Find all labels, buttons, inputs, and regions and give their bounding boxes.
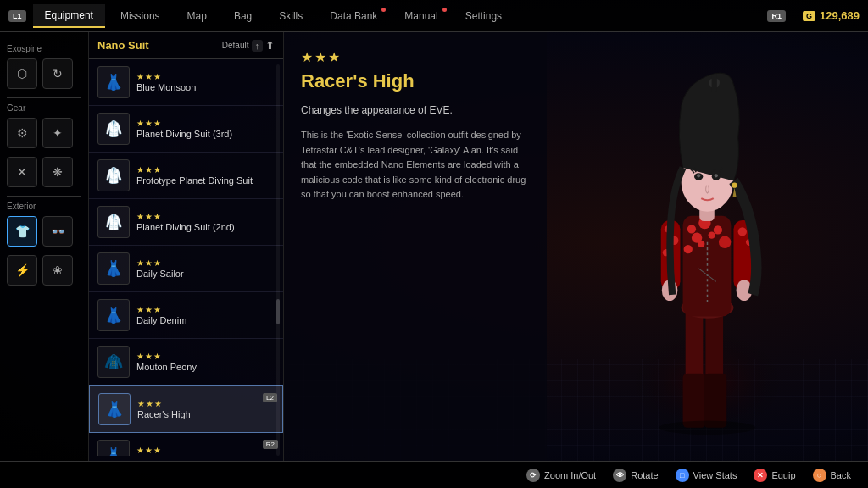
equipment-item-daily-sailor[interactable]: 👗 ★★★ Daily Sailor [89,246,283,292]
item-name: Planet Diving Suit (3rd) [136,129,275,139]
tab-missions[interactable]: Missions [108,4,172,28]
gear-icon-2[interactable]: ✦ [42,118,73,148]
item-icon-daily-sailor: 👗 [97,252,130,285]
equip-icon: ✕ [754,469,767,482]
zoom-icon: ⟳ [526,469,540,482]
equip-label: Equip [771,470,795,480]
top-navigation-bar: L1 Equipment Missions Map Bag Skills Dat… [0,0,868,32]
tab-skills[interactable]: Skills [267,4,314,28]
item-info-daily-denim: ★★★ Daily Denim [136,305,275,325]
svg-point-23 [738,227,747,236]
currency-value: 129,689 [820,9,860,22]
tab-databank[interactable]: Data Bank [318,4,389,28]
item-stars: ★★★ [136,72,275,81]
item-info-racers-high: ★★★ Racer's High [137,399,274,419]
gear-icon-1[interactable]: ⚙ [7,118,37,148]
sort-icon: ↑ [252,40,264,52]
item-stars: ★★★ [136,446,275,455]
divider-1 [7,97,81,98]
equipment-item-planet-diving-3rd[interactable]: 🥼 ★★★ Planet Diving Suit (3rd) [89,106,283,152]
item-icon-blue-monsoon: 👗 [97,66,130,98]
r1-badge: R1 [767,10,786,22]
exospine-icon-1[interactable]: ⬡ [7,58,37,89]
detail-panel: ★★★ Racer's High Changes the appearance … [284,32,547,461]
svg-point-7 [687,225,696,233]
action-view-stats[interactable]: □ View Stats [676,469,737,482]
exterior-icon-bolt[interactable]: ⚡ [7,255,37,286]
svg-point-34 [732,183,737,188]
item-icon-cybernetic-dress: 👗 [97,440,130,456]
gear-label: Gear [7,103,81,113]
item-stars: ★★★ [136,212,275,221]
exterior-icons-row1: 👕 👓 [7,216,81,247]
item-name: Mouton Peony [136,362,275,372]
exospine-label: Exospine [7,44,81,53]
bottom-bar: ⟳ Zoom In/Out 👁 Rotate □ View Stats ✕ Eq… [0,461,868,488]
svg-rect-4 [704,374,726,428]
exospine-icon-2[interactable]: ↻ [42,58,73,89]
exterior-label: Exterior [7,202,81,211]
item-icon-mouton-peony: 🧥 [97,346,130,378]
equipment-item-planet-diving-2nd[interactable]: 🥼 ★★★ Planet Diving Suit (2nd) [89,199,283,246]
gear-icons-row1: ⚙ ✦ [7,118,81,148]
equipment-panel: Nano Suit Default ↑ ⬆ 👗 ★★★ Blue Monsoon… [89,32,284,461]
equipment-item-mouton-peony[interactable]: 🧥 ★★★ Mouton Peony [89,339,283,385]
svg-point-33 [715,174,718,177]
divider-2 [7,196,81,197]
action-equip[interactable]: ✕ Equip [754,469,795,482]
exterior-icon-shirt[interactable]: 👕 [7,216,37,247]
scroll-track[interactable] [276,64,280,456]
character-figure [547,32,868,461]
equipment-item-blue-monsoon[interactable]: 👗 ★★★ Blue Monsoon [89,59,283,106]
equipment-item-cybernetic-dress[interactable]: 👗 ★★★ Cybernetic Dress R2 [89,433,283,456]
tab-settings[interactable]: Settings [453,4,514,28]
default-sort-button[interactable]: Default ↑ ⬆ [222,39,275,52]
equipment-list: 👗 ★★★ Blue Monsoon 🥼 ★★★ Planet Diving S… [89,59,283,456]
action-back[interactable]: ○ Back [813,469,851,482]
tab-equipment[interactable]: Equipment [33,4,105,28]
item-icon-daily-denim: 👗 [97,299,130,331]
svg-point-14 [698,241,704,247]
tab-manual[interactable]: Manual [392,4,449,28]
gear-icon-3[interactable]: ✕ [7,157,37,187]
action-zoom[interactable]: ⟳ Zoom In/Out [526,469,596,482]
item-info-cybernetic-dress: ★★★ Cybernetic Dress [136,446,275,456]
back-label: Back [831,470,851,480]
item-name: Blue Monsoon [136,82,275,92]
item-stars: ★★★ [136,165,275,175]
svg-point-12 [719,236,731,248]
exterior-icon-glasses[interactable]: 👓 [42,216,73,247]
nav-tabs: Equipment Missions Map Bag Skills Data B… [33,4,768,28]
item-info-prototype: ★★★ Prototype Planet Diving Suit [136,165,275,186]
exterior-icons-row2: ⚡ ❀ [7,255,81,286]
item-name: Planet Diving Suit (2nd) [136,222,275,232]
svg-point-11 [709,231,715,238]
panel-title: Nano Suit [97,39,149,52]
item-stars: ★★★ [136,119,275,128]
equipment-item-prototype-planet[interactable]: 🥼 ★★★ Prototype Planet Diving Suit [89,152,283,199]
item-info-blue-monsoon: ★★★ Blue Monsoon [136,72,275,92]
item-icon-prototype: 🥼 [97,159,130,191]
zoom-label: Zoom In/Out [544,470,596,480]
svg-point-35 [659,420,756,435]
equipment-item-daily-denim[interactable]: 👗 ★★★ Daily Denim [89,292,283,339]
l1-badge: L1 [8,10,26,22]
item-info-planet-diving-2nd: ★★★ Planet Diving Suit (2nd) [136,212,275,232]
item-icon-planet-diving-3rd: 🥼 [97,113,130,145]
item-icon-racers-high: 👗 [98,393,131,425]
action-rotate[interactable]: 👁 Rotate [613,469,658,482]
item-icon-planet-diving-2nd: 🥼 [97,206,130,238]
item-name: Daily Sailor [136,269,275,279]
gear-icon-4[interactable]: ❋ [42,157,73,187]
svg-point-13 [684,245,693,253]
gear-icons-row2: ✕ ❋ [7,157,81,187]
item-stars: ★★★ [136,352,275,361]
tab-bag[interactable]: Bag [222,4,264,28]
detail-stars: ★★★ [301,49,530,65]
exterior-icon-flower[interactable]: ❀ [42,255,73,286]
svg-rect-3 [683,374,706,428]
svg-point-32 [697,174,700,177]
view-stats-label: View Stats [693,470,737,480]
equipment-item-racers-high[interactable]: 👗 ★★★ Racer's High L2 [89,385,283,433]
tab-map[interactable]: Map [175,4,219,28]
